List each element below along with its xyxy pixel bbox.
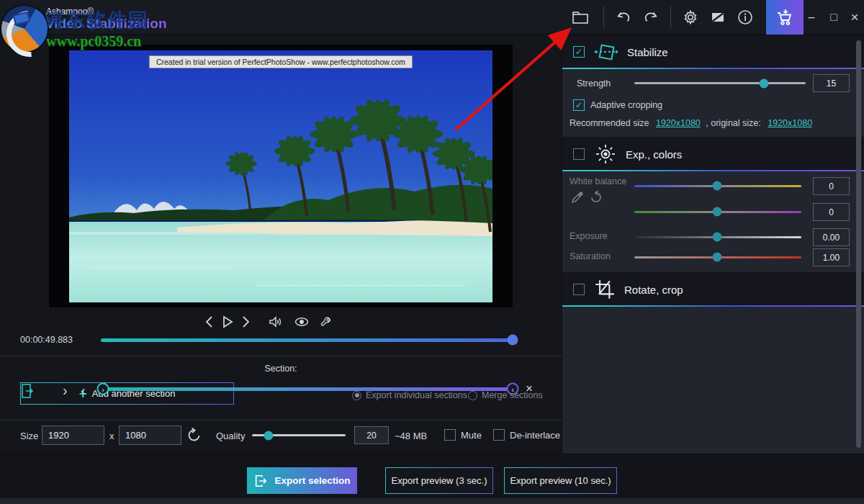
radio-individual-label: Export individual sections	[366, 390, 467, 400]
maximize-button[interactable]: □	[823, 0, 845, 35]
adaptive-cropping-label: Adaptive cropping	[590, 100, 662, 110]
mute-checkbox[interactable]: ✓ Mute	[444, 429, 482, 441]
close-button[interactable]: ×	[844, 0, 864, 35]
title-bar: Ashampoo® Video Stabilization 河东软件园	[0, 0, 864, 35]
timecode: 00:00:49.883	[20, 335, 73, 345]
app-logo	[1, 6, 48, 52]
volume-button[interactable]	[268, 315, 284, 329]
quality-label: Quality	[216, 431, 245, 441]
radio-icon	[352, 391, 361, 400]
checkbox-icon: ✓	[573, 99, 585, 111]
file-size-estimate: ~48 MB	[395, 431, 427, 441]
playback-timeline[interactable]	[101, 338, 513, 342]
section-back-chevron[interactable]: ‹	[81, 382, 86, 399]
exp-colors-section-header[interactable]: ✓ Exp., colors	[562, 137, 864, 171]
undo-button[interactable]	[610, 0, 637, 35]
export-selection-button[interactable]: Export selection	[247, 467, 357, 494]
export-selection-label: Export selection	[274, 475, 350, 486]
info-button[interactable]	[732, 0, 759, 35]
redo-icon	[642, 9, 660, 26]
playhead-handle[interactable]	[508, 335, 518, 346]
settings-panel: ✓ Stabilize Strength 15 ✓ Adaptive cropp…	[562, 35, 864, 454]
saturation-label: Saturation	[570, 251, 611, 261]
folder-icon	[571, 9, 590, 26]
section-underline	[562, 170, 864, 171]
trial-watermark-caption: Created in trial version of PerfectPhoto…	[149, 55, 413, 68]
video-preview-frame: Created in trial version of PerfectPhoto…	[49, 45, 513, 307]
white-balance-temp-handle[interactable]	[713, 181, 722, 191]
rotate-crop-title: Rotate, crop	[624, 284, 683, 296]
stabilize-title: Stabilize	[627, 46, 668, 58]
watermark-url: www.pc0359.cn	[46, 33, 141, 50]
adaptive-cropping-checkbox[interactable]: ✓ Adaptive cropping	[573, 99, 662, 111]
white-balance-temp-value: 0	[813, 177, 850, 195]
section-forward-chevron[interactable]: ›	[63, 382, 68, 399]
video-preview[interactable]: Created in trial version of PerfectPhoto…	[69, 50, 492, 302]
radio-merge-label: Merge sections	[482, 390, 543, 400]
tools-wrench-button[interactable]	[320, 315, 334, 329]
reset-white-balance-button[interactable]	[588, 189, 603, 204]
rotate-crop-enable-checkbox[interactable]: ✓	[573, 284, 585, 295]
export-preview-10-button[interactable]: Export preview (10 sec.)	[504, 467, 617, 494]
height-input[interactable]	[119, 426, 181, 445]
mute-label: Mute	[461, 430, 482, 441]
app-window: Ashampoo® Video Stabilization 河东软件园	[0, 0, 864, 504]
stabilize-enable-checkbox[interactable]: ✓	[573, 46, 585, 58]
stabilize-section-header[interactable]: ✓ Stabilize	[562, 35, 864, 69]
minimize-glyph: –	[809, 11, 815, 24]
strength-label: Strength	[577, 78, 611, 89]
play-button[interactable]	[221, 315, 234, 329]
deinterlace-label: De-interlace	[510, 430, 560, 441]
saturation-handle[interactable]	[713, 253, 722, 262]
minimize-button[interactable]: –	[801, 0, 822, 35]
export-bar: Export selection Export preview (3 sec.)…	[0, 454, 864, 498]
settings-button[interactable]	[677, 0, 704, 35]
open-file-button[interactable]	[567, 0, 594, 35]
bottom-strip	[0, 498, 864, 504]
player-transport	[202, 314, 253, 330]
width-input[interactable]	[42, 426, 104, 445]
buy-button[interactable]	[766, 0, 804, 35]
white-balance-tint-handle[interactable]	[713, 207, 722, 217]
times-label: x	[109, 431, 114, 441]
exposure-label: Exposure	[570, 231, 608, 241]
original-size-link[interactable]: 1920x1080	[768, 118, 812, 128]
changelog-button[interactable]	[704, 0, 732, 35]
white-balance-label: White balance	[570, 176, 626, 186]
sun-icon	[594, 143, 617, 165]
strength-slider-handle[interactable]	[760, 79, 769, 89]
radio-merge-sections[interactable]: Merge sections	[468, 390, 543, 400]
eyedropper-button[interactable]	[570, 190, 585, 204]
beach-scene	[69, 50, 492, 302]
original-size-label: , original size:	[706, 118, 760, 128]
exposure-handle[interactable]	[713, 233, 722, 242]
next-frame-button[interactable]	[240, 315, 251, 329]
section-marker-icon	[20, 382, 35, 400]
previous-frame-button[interactable]	[204, 315, 215, 329]
add-section-button[interactable]: + Add another section	[20, 382, 234, 405]
section-start-handle[interactable]: ›	[97, 383, 109, 395]
exp-colors-title: Exp., colors	[626, 148, 682, 161]
undo-icon	[615, 9, 632, 26]
rotate-crop-section-header[interactable]: ✓ Rotate, crop	[562, 272, 864, 307]
recommended-size-link[interactable]: 1920x1080	[656, 118, 701, 128]
export-preview-3-button[interactable]: Export preview (3 sec.)	[385, 467, 493, 494]
shopping-cart-icon	[775, 7, 795, 27]
checkbox-icon: ✓	[444, 429, 456, 441]
quality-slider-handle[interactable]	[264, 431, 274, 441]
strength-slider[interactable]	[634, 82, 806, 84]
exp-colors-enable-checkbox[interactable]: ✓	[573, 148, 585, 160]
radio-export-individual[interactable]: Export individual sections	[352, 390, 467, 400]
radio-icon	[468, 391, 477, 400]
recommended-size-label: Recommended size	[570, 118, 649, 128]
section-underline	[562, 68, 864, 69]
reset-size-button[interactable]	[186, 426, 203, 444]
panel-scrollbar[interactable]	[856, 40, 861, 448]
watermark-chinese: 河东软件园	[45, 7, 149, 33]
divider	[0, 356, 562, 356]
toolbar-divider	[603, 6, 604, 29]
deinterlace-checkbox[interactable]: ✓ De-interlace	[493, 429, 560, 441]
export-preview-3-label: Export preview (3 sec.)	[392, 475, 487, 486]
preview-eye-button[interactable]	[294, 315, 310, 329]
redo-button[interactable]	[637, 0, 665, 35]
